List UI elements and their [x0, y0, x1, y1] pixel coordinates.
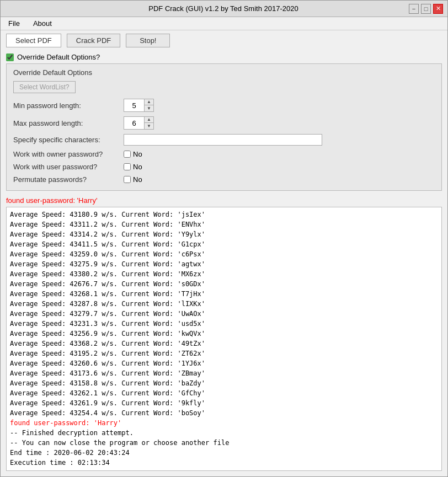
options-panel-title: Override Default Options: [13, 68, 435, 77]
override-check-row: Override Default Options?: [1, 51, 447, 63]
select-pdf-button[interactable]: Select PDF: [6, 34, 61, 47]
log-line: Execution time : 02:13:34: [10, 458, 438, 468]
title-bar: PDF Crack (GUI) v1.2 by Ted Smith 2017-2…: [1, 1, 447, 17]
minimize-button[interactable]: −: [409, 4, 419, 14]
min-password-arrows: ▲ ▼: [144, 99, 153, 111]
restore-button[interactable]: □: [421, 4, 431, 14]
log-line: -- You can now close the program or choo…: [10, 438, 438, 448]
work-user-no: No: [133, 163, 142, 171]
permutate-check-group: No: [124, 175, 142, 184]
override-checkbox[interactable]: [6, 53, 14, 61]
work-user-checkbox[interactable]: [124, 163, 131, 170]
toolbar: Select PDF Crack PDF Stop!: [1, 30, 447, 51]
log-line: Average Speed: 43368.2 w/s. Current Word…: [10, 339, 438, 349]
work-owner-row: Work with owner password? No: [13, 150, 435, 158]
work-owner-no: No: [133, 150, 142, 158]
permutate-checkbox[interactable]: [124, 176, 131, 183]
override-check-label[interactable]: Override Default Options?: [17, 53, 100, 61]
work-user-row: Work with user password? No: [13, 163, 435, 171]
log-line: End time : 2020-06-02 20:43:24: [10, 448, 438, 458]
min-password-input[interactable]: 5: [124, 99, 144, 111]
log-area[interactable]: Average Speed: 43180.9 w/s. Current Word…: [6, 207, 442, 471]
min-password-up[interactable]: ▲: [145, 99, 153, 105]
min-password-down[interactable]: ▼: [145, 105, 153, 111]
work-owner-checkbox[interactable]: [124, 151, 131, 158]
specify-chars-row: Specify specific characters:: [13, 134, 435, 146]
log-line: Average Speed: 43262.1 w/s. Current Word…: [10, 388, 438, 398]
max-password-row: Max password length: 6 ▲ ▼: [13, 116, 435, 130]
log-line: Average Speed: 43287.8 w/s. Current Word…: [10, 299, 438, 309]
log-line: Average Speed: 43275.9 w/s. Current Word…: [10, 259, 438, 269]
log-line: Average Speed: 43259.0 w/s. Current Word…: [10, 249, 438, 259]
max-password-spinbox: 6 ▲ ▼: [124, 116, 154, 130]
log-line: -- Finished decryption attempt.: [10, 428, 438, 438]
options-panel: Override Default Options Select WordList…: [6, 63, 442, 191]
log-line: Average Speed: 43311.2 w/s. Current Word…: [10, 219, 438, 229]
menu-bar: File About: [1, 17, 447, 30]
select-wordlist-button[interactable]: Select WordList?: [13, 81, 76, 93]
min-password-spinbox: 5 ▲ ▼: [124, 99, 154, 112]
log-line: Average Speed: 43380.2 w/s. Current Word…: [10, 269, 438, 279]
permutate-no: No: [133, 175, 142, 184]
main-window: PDF Crack (GUI) v1.2 by Ted Smith 2017-2…: [0, 0, 448, 477]
specify-chars-label: Specify specific characters:: [13, 136, 124, 144]
log-line: Average Speed: 43254.4 w/s. Current Word…: [10, 408, 438, 418]
stop-button[interactable]: Stop!: [126, 34, 170, 47]
log-line: Average Speed: 42676.7 w/s. Current Word…: [10, 279, 438, 289]
specify-chars-input[interactable]: [124, 134, 322, 146]
permutate-row: Permutate passwords? No: [13, 175, 435, 184]
log-line: Average Speed: 43173.6 w/s. Current Word…: [10, 368, 438, 378]
max-password-up[interactable]: ▲: [145, 117, 153, 123]
log-line: Average Speed: 43195.2 w/s. Current Word…: [10, 349, 438, 358]
log-line: Average Speed: 43279.7 w/s. Current Word…: [10, 309, 438, 319]
log-line: Average Speed: 43231.3 w/s. Current Word…: [10, 319, 438, 329]
log-line: Average Speed: 43261.9 w/s. Current Word…: [10, 398, 438, 408]
min-password-row: Min password length: 5 ▲ ▼: [13, 99, 435, 112]
work-owner-label: Work with owner password?: [13, 150, 124, 158]
log-line: found user-password: 'Harry': [10, 418, 438, 428]
window-title: PDF Crack (GUI) v1.2 by Ted Smith 2017-2…: [38, 4, 409, 13]
close-button[interactable]: ✕: [433, 4, 443, 14]
log-line: Average Speed: 43268.1 w/s. Current Word…: [10, 289, 438, 299]
max-password-input[interactable]: 6: [124, 117, 144, 129]
log-line: Average Speed: 43158.8 w/s. Current Word…: [10, 378, 438, 388]
log-line: Average Speed: 43180.9 w/s. Current Word…: [10, 210, 438, 219]
log-line: Average Speed: 43256.9 w/s. Current Word…: [10, 329, 438, 339]
work-user-label: Work with user password?: [13, 163, 124, 171]
crack-pdf-button[interactable]: Crack PDF: [67, 34, 121, 47]
work-user-check-group: No: [124, 163, 142, 171]
log-line: Average Speed: 43411.5 w/s. Current Word…: [10, 239, 438, 249]
work-owner-check-group: No: [124, 150, 142, 158]
permutate-label: Permutate passwords?: [13, 175, 124, 184]
max-password-label: Max password length:: [13, 119, 124, 127]
max-password-arrows: ▲ ▼: [144, 117, 153, 129]
menu-about[interactable]: About: [30, 18, 55, 29]
title-bar-controls: − □ ✕: [409, 4, 443, 14]
log-line: Average Speed: 43260.6 w/s. Current Word…: [10, 358, 438, 368]
menu-file[interactable]: File: [5, 18, 23, 29]
max-password-down[interactable]: ▼: [145, 123, 153, 129]
log-line: Average Speed: 43314.2 w/s. Current Word…: [10, 229, 438, 239]
min-password-label: Min password length:: [13, 101, 124, 110]
found-password: found user-password: 'Harry': [1, 194, 447, 207]
